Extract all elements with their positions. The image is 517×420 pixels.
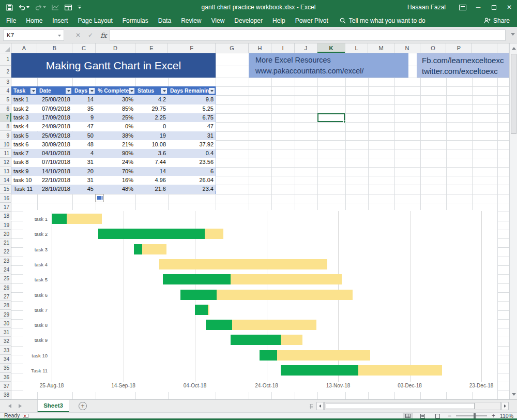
zoom-slider-thumb[interactable] [474, 413, 476, 418]
table-cell[interactable]: 50 [72, 131, 96, 140]
table-cell[interactable]: 2.25 [135, 113, 168, 122]
table-cell[interactable]: task 8 [11, 158, 37, 167]
row-header-9[interactable]: 9 [0, 131, 11, 140]
table-cell[interactable]: 10.08 [135, 140, 168, 149]
tab-help[interactable]: Help [272, 17, 285, 24]
table-cell[interactable]: 4.96 [135, 176, 168, 185]
table-header--complete[interactable]: % Complete [96, 86, 135, 95]
table-header-days[interactable]: Days [72, 86, 96, 95]
close-button[interactable]: ✕ [501, 0, 517, 14]
formula-input[interactable] [110, 29, 506, 41]
hscroll-right-icon[interactable] [501, 402, 509, 410]
row-header-13[interactable]: 13 [0, 167, 11, 176]
column-header-B[interactable]: B [37, 43, 72, 53]
table-cell[interactable]: 16% [96, 176, 135, 185]
row-header-20[interactable]: 20 [0, 230, 11, 238]
table-cell[interactable]: 22/10/2018 [37, 176, 72, 185]
table-cell[interactable]: 28/10/2018 [37, 185, 72, 193]
gantt-bar-complete[interactable] [134, 244, 142, 254]
gantt-bar-complete[interactable] [52, 214, 67, 224]
row-header-14[interactable]: 14 [0, 176, 11, 185]
gantt-bar-complete[interactable] [260, 350, 277, 361]
row-header-17[interactable]: 17 [0, 203, 11, 212]
name-box-dropdown-icon[interactable] [58, 35, 61, 37]
column-header-partial[interactable] [472, 43, 497, 53]
table-cell[interactable]: 29.75 [135, 104, 168, 113]
vertical-scrollbar[interactable] [509, 43, 517, 399]
gantt-bar-remaining[interactable] [67, 214, 102, 224]
tab-power-pivot[interactable]: Power Pivot [295, 17, 328, 24]
table-cell[interactable]: 21.6 [135, 185, 168, 193]
row-header-28[interactable]: 28 [0, 301, 11, 310]
formula-bar-expand-icon[interactable] [511, 33, 515, 36]
twitter-link[interactable]: twitter.com/exceltoexc [422, 66, 509, 77]
table-cell[interactable]: 24/09/2018 [37, 122, 72, 131]
insert-function-icon[interactable]: fx [100, 32, 107, 39]
column-header-H[interactable]: H [249, 43, 271, 53]
tab-page-layout[interactable]: Page Layout [78, 17, 112, 24]
table-cell[interactable]: 14 [72, 95, 96, 104]
active-cell-selection[interactable] [317, 113, 345, 122]
row-header-4[interactable]: 4 [0, 86, 11, 95]
row-header-16[interactable]: 16 [0, 194, 11, 203]
row-header-5[interactable]: 5 [0, 95, 11, 104]
facebook-link[interactable]: Fb.com/learnexceltoexc [422, 55, 509, 66]
column-header-M[interactable]: M [368, 43, 394, 53]
row-header-1[interactable]: 1 [0, 53, 11, 66]
row-header-33[interactable]: 33 [0, 346, 11, 355]
gantt-bar-remaining[interactable] [277, 350, 370, 361]
macro-record-icon[interactable] [23, 414, 28, 418]
table-cell[interactable]: 48% [96, 185, 135, 193]
table-cell[interactable]: 31 [72, 176, 96, 185]
table-cell[interactable]: 07/09/2018 [37, 104, 72, 113]
table-cell[interactable]: 30/09/2018 [37, 140, 72, 149]
table-cell[interactable]: 9.8 [168, 95, 216, 104]
table-cell[interactable]: 21% [96, 140, 135, 149]
table-cell[interactable]: 47 [168, 122, 216, 131]
table-cell[interactable]: 04/10/2018 [37, 149, 72, 158]
column-header-D[interactable]: D [96, 43, 135, 53]
form-tool-icon[interactable] [65, 5, 72, 10]
table-cell[interactable]: task 6 [11, 140, 37, 149]
scrollbar-resize-dots[interactable] [310, 404, 313, 409]
row-header-27[interactable]: 27 [0, 292, 11, 301]
hscroll-left-icon[interactable] [316, 402, 324, 410]
maximize-button[interactable] [486, 0, 501, 14]
resources-link[interactable]: www.pakaccountants.com/excel/ [255, 66, 408, 77]
column-header-P[interactable]: P [446, 43, 472, 53]
table-cell[interactable]: 23.56 [168, 158, 216, 167]
table-cell[interactable]: Task 11 [11, 185, 37, 193]
table-cell[interactable]: 35 [72, 104, 96, 113]
table-cell[interactable]: task 3 [11, 113, 37, 122]
zoom-slider[interactable] [456, 415, 487, 416]
tab-data[interactable]: Data [158, 17, 171, 24]
row-header-23[interactable]: 23 [0, 257, 11, 265]
table-cell[interactable]: 25% [96, 113, 135, 122]
table-cell[interactable]: 45 [72, 185, 96, 193]
table-cell[interactable]: task 10 [11, 176, 37, 185]
horizontal-scroll-thumb[interactable] [326, 403, 475, 409]
tab-home[interactable]: Home [26, 17, 42, 24]
row-header-21[interactable]: 21 [0, 238, 11, 247]
tab-insert[interactable]: Insert [52, 17, 68, 24]
column-header-N[interactable]: N [394, 43, 420, 53]
table-cell[interactable]: 3.6 [135, 149, 168, 158]
gantt-bar-remaining[interactable] [281, 335, 302, 345]
gantt-bar-complete[interactable] [206, 320, 233, 330]
ribbon-display-options-icon[interactable] [455, 0, 470, 14]
table-cell[interactable]: 38% [96, 131, 135, 140]
table-cell[interactable]: 25/09/2018 [37, 131, 72, 140]
table-cell[interactable]: 0 [135, 122, 168, 131]
row-header-8[interactable]: 8 [0, 122, 11, 131]
row-header-38[interactable]: 38 [0, 391, 11, 399]
row-header-37[interactable]: 37 [0, 382, 11, 391]
table-cell[interactable]: task 1 [11, 95, 37, 104]
table-cell[interactable]: 17/09/2018 [37, 113, 72, 122]
table-cell[interactable]: task 9 [11, 167, 37, 176]
column-header-L[interactable]: L [345, 43, 368, 53]
table-header-status[interactable]: Status [135, 86, 168, 95]
row-header-32[interactable]: 32 [0, 337, 11, 346]
filter-dropdown-icon[interactable] [209, 88, 215, 94]
table-cell[interactable]: 31 [72, 158, 96, 167]
customize-qat-icon[interactable] [78, 6, 81, 9]
